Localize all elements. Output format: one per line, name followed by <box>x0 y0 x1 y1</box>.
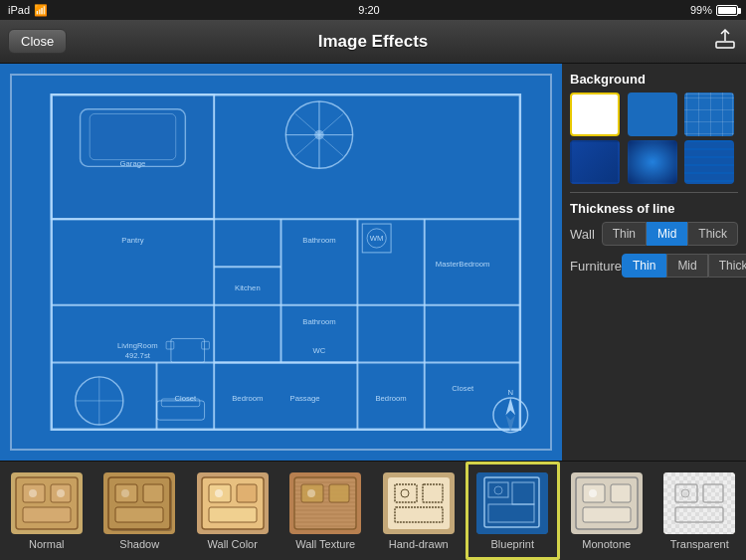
thumb-wallcolor-img <box>197 472 269 534</box>
svg-point-64 <box>57 489 65 497</box>
thumb-shadow-svg <box>103 472 175 534</box>
close-button[interactable]: Close <box>8 29 67 54</box>
header-bar: Close Image Effects <box>0 20 746 64</box>
svg-rect-68 <box>143 484 163 502</box>
effect-walltexture-label: Wall Texture <box>295 538 355 550</box>
thumb-shadow-img <box>103 472 175 534</box>
time-display: 9:20 <box>358 4 379 16</box>
thumb-normal-img <box>11 472 83 534</box>
effect-normal-label: Normal <box>29 538 64 550</box>
svg-rect-81 <box>329 484 349 502</box>
main-area: .room-text { fill: rgba(200,230,255,0.9)… <box>0 64 746 461</box>
thumb-monotone-img <box>571 472 643 534</box>
svg-rect-53 <box>166 341 174 349</box>
thumb-walltexture-svg <box>289 472 361 534</box>
thumb-transparent-svg <box>663 472 735 534</box>
svg-text:MasterBedroom: MasterBedroom <box>436 260 490 269</box>
effect-normal[interactable]: Normal <box>0 462 93 560</box>
thumb-monotone-svg <box>571 472 643 534</box>
svg-line-11 <box>295 113 319 134</box>
blueprint-inner: .room-text { fill: rgba(200,230,255,0.9)… <box>10 74 552 451</box>
svg-line-14 <box>319 135 343 156</box>
wall-mid-button[interactable]: Mid <box>647 222 687 246</box>
thumb-blueprint-svg <box>476 472 548 534</box>
effect-transparent[interactable]: Transparent <box>653 462 747 560</box>
svg-rect-96 <box>611 484 631 502</box>
svg-point-82 <box>307 489 315 497</box>
svg-rect-103 <box>663 472 735 534</box>
svg-text:Bathroom: Bathroom <box>302 236 335 245</box>
svg-rect-73 <box>237 484 257 502</box>
svg-rect-74 <box>209 507 257 522</box>
wall-thickness-row: Wall Thin Mid Thick <box>570 222 738 246</box>
swatch-blue-dark[interactable] <box>570 140 620 184</box>
furniture-thickness-row: Furniture Thin Mid Thick <box>570 254 738 278</box>
effect-shadow[interactable]: Shadow <box>93 462 187 560</box>
effect-transparent-label: Transparent <box>670 538 729 550</box>
export-icon <box>714 28 736 50</box>
header-title: Image Effects <box>318 32 429 52</box>
effect-blueprint-label: Blueprint <box>491 538 534 550</box>
thumb-walltexture-img <box>289 472 361 534</box>
blueprint-canvas: .room-text { fill: rgba(200,230,255,0.9)… <box>0 64 562 461</box>
effect-wallcolor[interactable]: Wall Color <box>186 462 280 560</box>
effect-blueprint[interactable]: Blueprint <box>466 462 561 560</box>
thumb-handdrawn-img <box>383 472 455 534</box>
status-bar: iPad 📶 9:20 99% <box>0 0 746 20</box>
svg-rect-54 <box>202 341 210 349</box>
floorplan-svg: .room-text { fill: rgba(200,230,255,0.9)… <box>12 76 550 449</box>
svg-text:492.7st: 492.7st <box>125 351 151 360</box>
furniture-thin-button[interactable]: Thin <box>622 254 666 278</box>
svg-text:N: N <box>507 388 513 397</box>
thumb-normal-svg <box>11 472 83 534</box>
furniture-mid-button[interactable]: Mid <box>666 254 707 278</box>
svg-text:Passage: Passage <box>290 394 320 403</box>
export-button[interactable] <box>714 28 736 55</box>
swatch-blue-vignette[interactable] <box>628 140 677 184</box>
svg-marker-56 <box>505 398 515 415</box>
svg-point-98 <box>589 489 597 497</box>
svg-rect-0 <box>716 42 734 48</box>
svg-text:Kitchen: Kitchen <box>235 283 261 292</box>
furniture-thick-button[interactable]: Thick <box>708 254 746 278</box>
effect-shadow-label: Shadow <box>119 538 159 550</box>
swatch-blue-lines[interactable] <box>684 140 734 184</box>
background-swatches <box>570 93 738 184</box>
swatch-blue[interactable] <box>628 93 677 136</box>
svg-text:Bathroom: Bathroom <box>302 317 335 326</box>
svg-rect-62 <box>23 507 71 522</box>
effect-handdrawn[interactable]: Hand-drawn <box>372 462 466 560</box>
swatch-plain[interactable] <box>570 93 620 136</box>
effect-monotone[interactable]: Monotone <box>560 462 653 560</box>
svg-rect-52 <box>171 338 205 362</box>
svg-text:Bedroom: Bedroom <box>375 394 406 403</box>
svg-text:LivingRoom: LivingRoom <box>117 341 158 350</box>
svg-rect-50 <box>157 401 205 420</box>
svg-text:WM: WM <box>370 234 384 243</box>
thumb-wallcolor-svg <box>197 472 269 534</box>
right-panel: Background Thickness of line Wall Thin M… <box>562 64 746 461</box>
svg-rect-83 <box>388 477 450 529</box>
svg-point-63 <box>29 489 37 497</box>
svg-point-70 <box>121 489 129 497</box>
svg-text:Closet: Closet <box>174 394 197 403</box>
swatch-blue-grid[interactable] <box>684 93 734 136</box>
svg-text:Closet: Closet <box>452 384 474 393</box>
effect-wallcolor-label: Wall Color <box>208 538 258 550</box>
svg-line-12 <box>319 113 343 134</box>
thumb-blueprint-img <box>476 472 548 534</box>
wall-thin-button[interactable]: Thin <box>602 222 647 246</box>
bottom-bar: Normal Shadow Wall Color <box>0 461 746 560</box>
thumb-transparent-img <box>663 472 735 534</box>
thickness-title: Thickness of line <box>570 201 738 216</box>
thumb-handdrawn-svg <box>383 472 455 534</box>
background-section: Background <box>570 72 738 184</box>
furniture-thickness-buttons: Thin Mid Thick <box>622 254 746 278</box>
status-right: 99% <box>690 4 738 16</box>
wall-thick-button[interactable]: Thick <box>687 222 738 246</box>
effect-walltexture[interactable]: Wall Texture <box>280 462 373 560</box>
status-left: iPad 📶 <box>8 4 48 17</box>
furniture-label: Furniture <box>570 259 622 274</box>
wall-thickness-buttons: Thin Mid Thick <box>602 222 738 246</box>
thickness-section: Thickness of line Wall Thin Mid Thick Fu… <box>570 192 738 285</box>
